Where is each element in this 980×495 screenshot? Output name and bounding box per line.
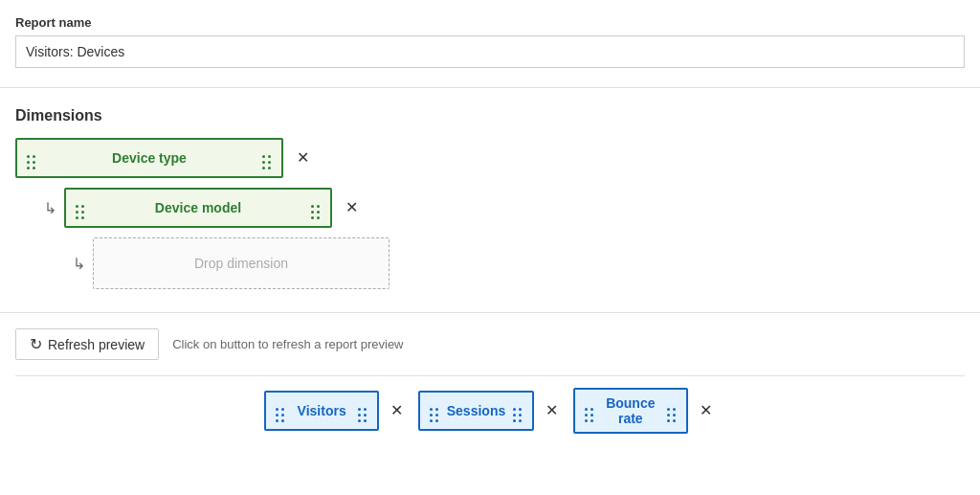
dimension-row-device-model: ↳ Device model (44, 188, 965, 228)
remove-device-type-button[interactable]: ✕ (293, 150, 313, 166)
dimension-row-device-type: Device type ✕ (15, 138, 965, 178)
drag-handle-sessions-right (513, 398, 523, 423)
remove-device-model-button[interactable]: ✕ (342, 200, 362, 215)
metrics-preview: Visitors ✕ Sessions (15, 375, 965, 434)
report-name-section: Report name (15, 15, 965, 68)
sub-arrow-drop: ↳ (73, 255, 85, 273)
metric-chip-bounce-rate[interactable]: Bounce rate (573, 388, 688, 434)
page-container: Report name Dimensions Device type (0, 0, 980, 434)
remove-visitors-button[interactable]: ✕ (387, 403, 407, 418)
drag-handle-bounce-rate-left (585, 398, 594, 423)
dimension-label-device-model: Device model (85, 200, 311, 215)
drop-dimension-box[interactable]: Drop dimension (93, 237, 390, 289)
dimension-chip-device-type[interactable]: Device type (15, 138, 283, 178)
report-name-input[interactable] (15, 35, 965, 68)
drag-handle-visitors-left (276, 398, 285, 423)
drag-handle-device-model-right (311, 195, 321, 220)
remove-bounce-rate-button[interactable]: ✕ (696, 403, 716, 418)
metric-label-bounce-rate: Bounce rate (594, 395, 667, 426)
dimension-label-device-type: Device type (36, 150, 262, 166)
section-divider-1 (0, 87, 980, 88)
refresh-preview-button[interactable]: ↻ Refresh preview (15, 328, 159, 360)
drag-handle-visitors-right (358, 398, 368, 423)
drag-handle-device-type-right (262, 146, 272, 170)
dimensions-section: Dimensions Device type (15, 107, 965, 289)
remove-sessions-button[interactable]: ✕ (542, 403, 562, 418)
drag-handle-sessions-left (430, 398, 439, 423)
refresh-hint: Click on button to refresh a report prev… (172, 337, 403, 351)
dimension-chip-device-model[interactable]: Device model (64, 188, 332, 228)
refresh-icon: ↻ (30, 335, 42, 353)
dimensions-title: Dimensions (15, 107, 965, 124)
drop-dimension-row: ↳ Drop dimension (73, 237, 965, 289)
drag-handle-device-type-left (27, 146, 36, 170)
drop-dimension-label: Drop dimension (194, 256, 288, 271)
drag-handle-device-model-left (76, 195, 85, 220)
metric-chip-sessions[interactable]: Sessions (418, 391, 533, 431)
report-name-label: Report name (15, 15, 965, 30)
drag-handle-bounce-rate-right (667, 398, 677, 423)
refresh-preview-label: Refresh preview (48, 337, 145, 352)
section-divider-2 (0, 312, 980, 313)
metric-label-sessions: Sessions (439, 403, 512, 418)
sub-arrow-device-model: ↳ (44, 199, 56, 217)
metric-chip-visitors[interactable]: Visitors (264, 391, 379, 431)
refresh-section: ↻ Refresh preview Click on button to ref… (15, 328, 965, 360)
metric-label-visitors: Visitors (285, 403, 358, 418)
